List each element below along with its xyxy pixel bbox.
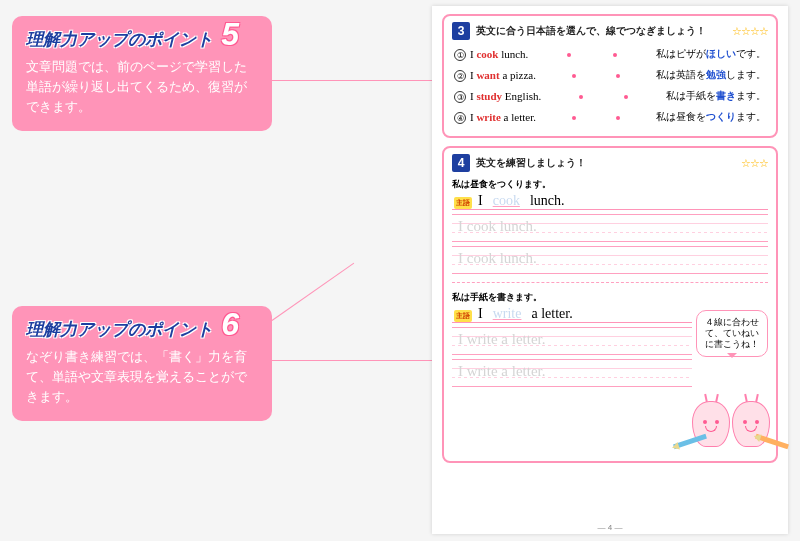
worksheet-page: 3 英文に合う日本語を選んで、線でつなぎましょう！ ☆☆☆☆ ①I cook l… [432, 6, 788, 534]
keyword-japanese: 勉強 [706, 69, 726, 80]
callout-title-text: 理解力アップのポイント [26, 320, 213, 339]
connector-dot-icon [624, 95, 628, 99]
japanese-prompt: 私は昼食をつくります。 [452, 178, 768, 191]
lead-word: I [478, 306, 483, 322]
english-sentence: ①I cook lunch. [454, 48, 528, 61]
writing-item: 私は昼食をつくります。主語Icooklunch.I cook lunch.I c… [452, 178, 768, 274]
tracing-line: I cook lunch. [452, 246, 768, 274]
mascot-icon [732, 401, 770, 447]
connector-dot-icon [572, 74, 576, 78]
japanese-sentence: 私は手紙を書きます。 [666, 90, 766, 103]
lead-word: I [478, 193, 483, 209]
english-sentence: ④I write a letter. [454, 111, 536, 124]
japanese-sentence: 私は昼食をつくります。 [656, 111, 766, 124]
keyword-japanese: つくり [706, 111, 736, 122]
callout-number: 5 [221, 16, 239, 53]
page-number: — 4 — [432, 523, 788, 532]
mascot-characters [692, 401, 770, 447]
callout-title-text: 理解力アップのポイント [26, 30, 213, 49]
section-4-block: 4 英文を練習しましょう！ ☆☆☆ 私は昼食をつくります。主語Icooklunc… [442, 146, 778, 463]
section-header: 3 英文に合う日本語を選んで、線でつなぎましょう！ ☆☆☆☆ [452, 22, 768, 40]
callout-body: なぞり書き練習では、「書く」力を育て、単語や文章表現を覚えることができます。 [26, 347, 258, 407]
english-sentence: ②I want a pizza. [454, 69, 536, 82]
connector-line [272, 360, 432, 361]
difficulty-stars: ☆☆☆ [741, 157, 768, 170]
section-divider [452, 282, 768, 283]
section-title: 英文を練習しましょう！ [476, 157, 586, 170]
row-number: ③ [454, 91, 466, 103]
keyword-english: want [476, 69, 499, 81]
example-line: 主語Icooklunch. [452, 193, 768, 210]
row-number: ② [454, 70, 466, 82]
tracing-line: I write a letter. [452, 359, 692, 387]
connector-line [272, 263, 354, 321]
callout-body: 文章問題では、前のページで学習した単語が繰り返し出てくるため、復習ができます。 [26, 57, 258, 117]
keyword-english: study [476, 90, 502, 102]
match-row: ①I cook lunch.私はピザがほしいです。 [452, 44, 768, 65]
match-row: ②I want a pizza.私は英語を勉強します。 [452, 65, 768, 86]
mascot-icon [692, 401, 730, 447]
difficulty-stars: ☆☆☆☆ [732, 25, 768, 38]
callout-number: 6 [221, 306, 239, 343]
callout-point-6: 理解力アップのポイント 6 なぞり書き練習では、「書く」力を育て、単語や文章表現… [12, 306, 272, 421]
connector-dot-icon [616, 116, 620, 120]
connector-dot-icon [613, 53, 617, 57]
row-number: ④ [454, 112, 466, 124]
section-number: 4 [452, 154, 470, 172]
section-3-block: 3 英文に合う日本語を選んで、線でつなぎましょう！ ☆☆☆☆ ①I cook l… [442, 14, 778, 138]
callout-point-5: 理解力アップのポイント 5 文章問題では、前のページで学習した単語が繰り返し出て… [12, 16, 272, 131]
keyword-japanese: ほしい [706, 48, 736, 59]
match-row: ③I study English.私は手紙を書きます。 [452, 86, 768, 107]
section-title: 英文に合う日本語を選んで、線でつなぎましょう！ [476, 25, 706, 38]
connector-dot-icon [616, 74, 620, 78]
writing-item: 私は手紙を書きます。主語Iwritea letter.I write a let… [452, 291, 692, 387]
connector-dot-icon [567, 53, 571, 57]
connector-dot-icon [579, 95, 583, 99]
section-header: 4 英文を練習しましょう！ ☆☆☆ [452, 154, 768, 172]
blank-word: cook [489, 193, 524, 209]
match-row: ④I write a letter.私は昼食をつくります。 [452, 107, 768, 128]
example-line: 主語Iwritea letter. [452, 306, 692, 323]
connector-line [272, 80, 432, 81]
row-number: ① [454, 49, 466, 61]
tail-words: a letter. [531, 306, 572, 322]
keyword-japanese: 書き [716, 90, 736, 101]
callout-title: 理解力アップのポイント 6 [26, 318, 213, 341]
speech-bubble: ４線に合わせて、ていねいに書こうね！ [696, 310, 768, 357]
english-sentence: ③I study English. [454, 90, 541, 103]
pencil-icon [673, 434, 707, 449]
japanese-sentence: 私は英語を勉強します。 [656, 69, 766, 82]
tracing-line: I cook lunch. [452, 214, 768, 242]
tracing-line: I write a letter. [452, 327, 692, 355]
grammar-tag: 主語 [454, 310, 472, 322]
connector-dot-icon [572, 116, 576, 120]
tail-words: lunch. [530, 193, 565, 209]
keyword-english: cook [476, 48, 498, 60]
pencil-icon [755, 434, 789, 449]
japanese-sentence: 私はピザがほしいです。 [656, 48, 766, 61]
blank-word: write [489, 306, 526, 322]
grammar-tag: 主語 [454, 197, 472, 209]
japanese-prompt: 私は手紙を書きます。 [452, 291, 692, 304]
section-number: 3 [452, 22, 470, 40]
keyword-english: write [476, 111, 500, 123]
callout-title: 理解力アップのポイント 5 [26, 28, 213, 51]
